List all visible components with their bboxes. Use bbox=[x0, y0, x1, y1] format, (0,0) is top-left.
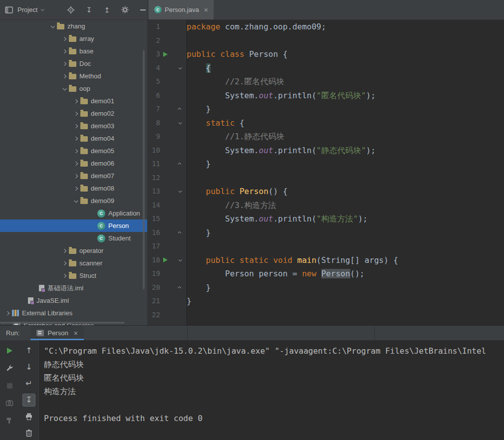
expand-all-icon[interactable]: ↥ bbox=[102, 5, 111, 14]
tree-item-oop[interactable]: oop bbox=[0, 82, 147, 95]
chevron-right-icon[interactable] bbox=[60, 37, 69, 40]
fold-open-icon[interactable] bbox=[179, 258, 182, 261]
scroll-to-end-button[interactable]: ↧ bbox=[22, 394, 35, 407]
chevron-right-icon[interactable] bbox=[60, 249, 69, 252]
code-text[interactable]: } bbox=[186, 226, 211, 240]
code-text[interactable]: } bbox=[186, 102, 211, 116]
code-text[interactable]: //3.构造方法 bbox=[186, 199, 276, 213]
edit-settings-button[interactable] bbox=[3, 362, 16, 375]
chevron-right-icon[interactable] bbox=[71, 175, 80, 178]
close-icon[interactable]: × bbox=[74, 329, 78, 337]
tree-item-demo03[interactable]: demo03 bbox=[0, 120, 147, 132]
editor-tab-person-java[interactable]: Person.java × bbox=[149, 0, 214, 19]
settings-gear-icon[interactable] bbox=[120, 5, 129, 14]
code-text[interactable] bbox=[186, 34, 187, 48]
code-editor[interactable]: 1package com.zhang.oop.demo09;23public c… bbox=[147, 20, 504, 325]
tree-item-demo07[interactable]: demo07 bbox=[0, 170, 147, 182]
code-text[interactable]: public class Person { bbox=[186, 47, 287, 61]
code-text[interactable]: public Person() { bbox=[186, 185, 287, 199]
code-text[interactable]: Person person = new Person(); bbox=[186, 267, 364, 281]
code-text[interactable]: public static void main(String[] args) { bbox=[186, 253, 398, 267]
chevron-right-icon[interactable] bbox=[71, 125, 80, 128]
code-text[interactable]: } bbox=[186, 294, 192, 308]
chevron-down-icon[interactable] bbox=[48, 25, 57, 28]
chevron-right-icon[interactable] bbox=[71, 112, 80, 115]
chevron-down-icon[interactable] bbox=[60, 87, 69, 90]
chevron-right-icon[interactable] bbox=[60, 262, 69, 265]
tree-item-operator[interactable]: operator bbox=[0, 244, 147, 257]
tree-item-demo08[interactable]: demo08 bbox=[0, 182, 147, 195]
tree-vertical-scrollbar[interactable] bbox=[143, 50, 145, 289]
fold-open-icon[interactable] bbox=[179, 121, 182, 124]
tree-item-基础语法-iml[interactable]: 基础语法.iml bbox=[0, 282, 147, 294]
tree-item-demo01[interactable]: demo01 bbox=[0, 95, 147, 107]
tree-item-javase-iml[interactable]: JavaSE.iml bbox=[0, 294, 147, 307]
chevron-right-icon[interactable] bbox=[71, 187, 80, 190]
code-text[interactable]: System.out.println("构造方法"); bbox=[186, 212, 368, 226]
up-stack-trace-button[interactable]: ↑ bbox=[22, 344, 35, 357]
tree-horizontal-scrollbar[interactable] bbox=[0, 322, 125, 324]
code-text[interactable] bbox=[186, 308, 187, 322]
tree-item-demo02[interactable]: demo02 bbox=[0, 107, 147, 120]
locate-file-icon[interactable] bbox=[66, 5, 75, 14]
chevron-right-icon[interactable] bbox=[60, 274, 69, 277]
run-line-icon[interactable] bbox=[163, 52, 168, 57]
fold-close-icon[interactable] bbox=[178, 108, 181, 111]
hide-panel-icon[interactable] bbox=[138, 5, 147, 14]
project-tool-window-icon[interactable] bbox=[4, 6, 13, 14]
tree-item-zhang[interactable]: zhang bbox=[0, 20, 147, 32]
code-text[interactable] bbox=[186, 239, 187, 253]
tree-item-scanner[interactable]: scanner bbox=[0, 257, 147, 269]
chevron-right-icon[interactable] bbox=[60, 62, 69, 65]
chevron-right-icon[interactable] bbox=[71, 100, 80, 103]
fold-open-icon[interactable] bbox=[179, 66, 182, 69]
code-text[interactable]: static { bbox=[186, 116, 245, 130]
tree-item-demo06[interactable]: demo06 bbox=[0, 157, 147, 170]
tree-item-demo09[interactable]: demo09 bbox=[0, 195, 147, 207]
tree-item-student[interactable]: Student bbox=[0, 232, 147, 244]
tree-item-external-libraries[interactable]: External Libraries bbox=[0, 307, 147, 319]
tree-item-base[interactable]: base bbox=[0, 45, 147, 57]
run-line-icon[interactable] bbox=[163, 257, 168, 262]
tree-item-doc[interactable]: Doc bbox=[0, 57, 147, 70]
project-view-selector[interactable]: Project bbox=[17, 6, 43, 13]
tree-item-demo04[interactable]: demo04 bbox=[0, 132, 147, 145]
rerun-button[interactable] bbox=[3, 344, 16, 357]
chevron-right-icon[interactable] bbox=[71, 162, 80, 165]
code-text[interactable]: //2.匿名代码块 bbox=[186, 75, 284, 89]
tree-item-struct[interactable]: Struct bbox=[0, 269, 147, 282]
tree-item-application[interactable]: Application bbox=[0, 207, 147, 220]
run-tab-person[interactable]: Person × bbox=[30, 326, 83, 340]
clear-all-button[interactable] bbox=[22, 427, 35, 440]
soft-wrap-button[interactable]: ↵ bbox=[22, 377, 35, 390]
chevron-down-icon[interactable] bbox=[71, 200, 80, 203]
collapse-all-icon[interactable]: ↧ bbox=[84, 5, 93, 14]
console-output[interactable]: "C:\Program Files\Java\jdk-15.0.2\bin\ja… bbox=[39, 340, 504, 440]
code-text[interactable]: System.out.println("静态代码块"); bbox=[186, 144, 376, 158]
code-text[interactable]: } bbox=[186, 157, 211, 171]
print-button[interactable] bbox=[22, 410, 35, 423]
close-icon[interactable]: × bbox=[204, 6, 208, 14]
code-text[interactable] bbox=[186, 171, 187, 185]
tree-item-array[interactable]: array bbox=[0, 32, 147, 45]
chevron-right-icon[interactable] bbox=[71, 137, 80, 140]
chevron-right-icon[interactable] bbox=[60, 75, 69, 78]
code-text[interactable]: //1.静态代码块 bbox=[186, 130, 284, 144]
tree-item-demo05[interactable]: demo05 bbox=[0, 145, 147, 157]
tree-item-method[interactable]: Method bbox=[0, 70, 147, 82]
editor-code-area[interactable]: 1package com.zhang.oop.demo09;23public c… bbox=[147, 20, 504, 325]
code-text[interactable]: { bbox=[186, 61, 211, 75]
fold-close-icon[interactable] bbox=[178, 163, 181, 166]
fold-open-icon[interactable] bbox=[179, 190, 182, 193]
code-text[interactable]: package com.zhang.oop.demo09; bbox=[186, 20, 326, 34]
build-button[interactable] bbox=[3, 414, 16, 427]
down-stack-trace-button[interactable]: ↓ bbox=[22, 361, 35, 374]
fold-close-icon[interactable] bbox=[178, 286, 181, 289]
fold-close-icon[interactable] bbox=[178, 231, 181, 234]
chevron-right-icon[interactable] bbox=[60, 50, 69, 53]
tree-item-person[interactable]: Person bbox=[0, 220, 147, 232]
code-text[interactable]: } bbox=[186, 281, 211, 295]
chevron-right-icon[interactable] bbox=[71, 150, 80, 153]
stop-button[interactable] bbox=[3, 379, 16, 392]
chevron-right-icon[interactable] bbox=[3, 312, 12, 315]
